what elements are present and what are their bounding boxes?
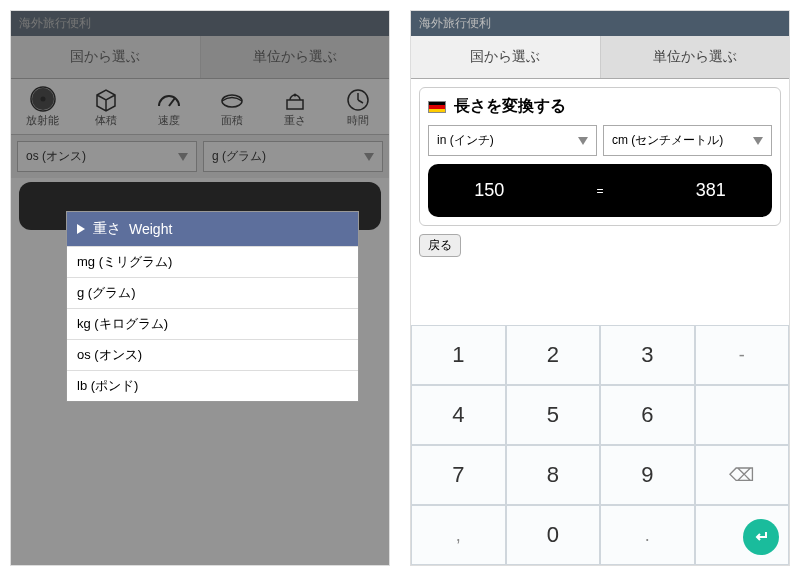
speed-icon	[155, 85, 183, 113]
from-value: 150	[474, 180, 504, 201]
back-button[interactable]: 戻る	[419, 234, 461, 257]
svg-line-2	[169, 98, 175, 106]
key-5[interactable]: 5	[506, 385, 601, 445]
cat-radiation[interactable]: 放射能	[11, 79, 74, 134]
key-0[interactable]: 0	[506, 505, 601, 565]
unit-dropdown: 重さ Weight mg (ミリグラム) g (グラム) kg (キログラム) …	[66, 211, 359, 402]
key-1[interactable]: 1	[411, 325, 506, 385]
convert-card: 長さを変換する in (インチ) cm (センチメートル) 150 = 381	[419, 87, 781, 226]
key-comma[interactable]: ,	[411, 505, 506, 565]
chevron-down-icon	[178, 153, 188, 161]
weight-icon	[281, 85, 309, 113]
tab-bar: 国から選ぶ 単位から選ぶ	[411, 36, 789, 79]
enter-button[interactable]	[743, 519, 779, 555]
dropdown-title-en: Weight	[129, 221, 172, 237]
conversion-display[interactable]: 150 = 381	[428, 164, 772, 217]
cat-area[interactable]: 面積	[200, 79, 263, 134]
unit-select-row: os (オンス) g (グラム)	[11, 135, 389, 178]
cat-speed[interactable]: 速度	[137, 79, 200, 134]
from-unit-select[interactable]: os (オンス)	[17, 141, 197, 172]
play-icon	[77, 224, 85, 234]
dropdown-title-jp: 重さ	[93, 220, 121, 238]
from-unit-select[interactable]: in (インチ)	[428, 125, 597, 156]
from-unit-value: os (オンス)	[26, 148, 86, 165]
svg-point-5	[293, 94, 296, 97]
key-dash[interactable]: -	[695, 325, 790, 385]
status-bar: 海外旅行便利	[411, 11, 789, 36]
time-icon	[344, 85, 372, 113]
key-3[interactable]: 3	[600, 325, 695, 385]
key-9[interactable]: 9	[600, 445, 695, 505]
numeric-keypad: 1 2 3 - 4 5 6 7 8 9 ⌫ , 0 .	[411, 325, 789, 565]
to-unit-select[interactable]: g (グラム)	[203, 141, 383, 172]
to-unit-value: cm (センチメートル)	[612, 132, 723, 149]
cat-label: 速度	[158, 113, 180, 128]
svg-line-8	[358, 100, 363, 103]
cat-label: 体積	[95, 113, 117, 128]
cat-weight[interactable]: 重さ	[263, 79, 326, 134]
key-backspace[interactable]: ⌫	[695, 445, 790, 505]
svg-point-1	[40, 97, 45, 102]
area-icon	[218, 85, 246, 113]
equals-label: =	[596, 184, 603, 198]
chevron-down-icon	[364, 153, 374, 161]
dropdown-item[interactable]: kg (キログラム)	[67, 308, 358, 339]
key-space[interactable]	[695, 385, 790, 445]
key-6[interactable]: 6	[600, 385, 695, 445]
from-unit-value: in (インチ)	[437, 132, 494, 149]
svg-rect-4	[287, 100, 303, 109]
key-7[interactable]: 7	[411, 445, 506, 505]
key-dot[interactable]: .	[600, 505, 695, 565]
cat-volume[interactable]: 体積	[74, 79, 137, 134]
status-bar: 海外旅行便利	[11, 11, 389, 36]
cat-label: 時間	[347, 113, 369, 128]
keypad-container: 1 2 3 - 4 5 6 7 8 9 ⌫ , 0 .	[411, 325, 789, 565]
key-8[interactable]: 8	[506, 445, 601, 505]
tab-bar: 国から選ぶ 単位から選ぶ	[11, 36, 389, 79]
key-4[interactable]: 4	[411, 385, 506, 445]
tab-unit[interactable]: 単位から選ぶ	[201, 36, 390, 78]
to-unit-value: g (グラム)	[212, 148, 266, 165]
tab-country[interactable]: 国から選ぶ	[411, 36, 601, 78]
volume-icon	[92, 85, 120, 113]
chevron-down-icon	[753, 137, 763, 145]
dropdown-item[interactable]: mg (ミリグラム)	[67, 246, 358, 277]
dropdown-item[interactable]: lb (ポンド)	[67, 370, 358, 401]
to-value: 381	[696, 180, 726, 201]
tab-unit[interactable]: 単位から選ぶ	[601, 36, 790, 78]
cat-label: 面積	[221, 113, 243, 128]
dropdown-header: 重さ Weight	[67, 212, 358, 246]
cat-time[interactable]: 時間	[326, 79, 389, 134]
cat-label: 放射能	[26, 113, 59, 128]
screen-weight-dropdown: 海外旅行便利 国から選ぶ 単位から選ぶ 放射能 体積 速度 面積 重さ 時間	[10, 10, 390, 566]
unit-select-row: in (インチ) cm (センチメートル)	[428, 125, 772, 156]
card-title: 長さを変換する	[428, 96, 772, 117]
card-title-text: 長さを変換する	[454, 96, 566, 117]
dropdown-item[interactable]: os (オンス)	[67, 339, 358, 370]
screen-length-convert: 海外旅行便利 国から選ぶ 単位から選ぶ 長さを変換する in (インチ) cm …	[410, 10, 790, 566]
enter-icon	[752, 528, 770, 546]
germany-flag-icon	[428, 101, 446, 113]
chevron-down-icon	[578, 137, 588, 145]
dropdown-item[interactable]: g (グラム)	[67, 277, 358, 308]
cat-label: 重さ	[284, 113, 306, 128]
category-row: 放射能 体積 速度 面積 重さ 時間	[11, 79, 389, 135]
radiation-icon	[29, 85, 57, 113]
tab-country[interactable]: 国から選ぶ	[11, 36, 201, 78]
key-2[interactable]: 2	[506, 325, 601, 385]
to-unit-select[interactable]: cm (センチメートル)	[603, 125, 772, 156]
